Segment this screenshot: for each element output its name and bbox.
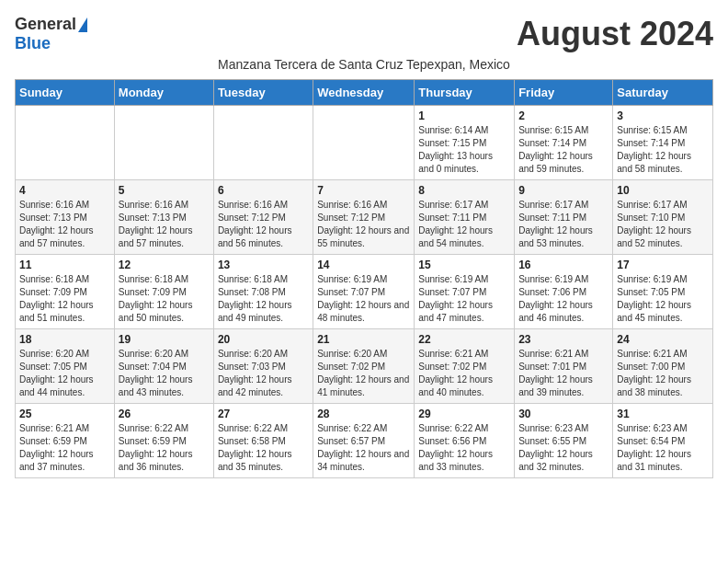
day-number: 28 (317, 408, 410, 420)
col-header-wednesday: Wednesday (313, 80, 415, 106)
calendar-cell: 1Sunrise: 6:14 AM Sunset: 7:15 PM Daylig… (415, 106, 515, 180)
day-info: Sunrise: 6:22 AM Sunset: 6:56 PM Dayligh… (418, 422, 510, 474)
calendar-cell: 2Sunrise: 6:15 AM Sunset: 7:14 PM Daylig… (515, 106, 613, 180)
col-header-friday: Friday (515, 80, 613, 106)
calendar-cell: 11Sunrise: 6:18 AM Sunset: 7:09 PM Dayli… (16, 255, 115, 329)
day-info: Sunrise: 6:20 AM Sunset: 7:05 PM Dayligh… (19, 348, 110, 399)
day-info: Sunrise: 6:20 AM Sunset: 7:03 PM Dayligh… (218, 348, 309, 399)
day-info: Sunrise: 6:20 AM Sunset: 7:02 PM Dayligh… (317, 348, 410, 399)
day-info: Sunrise: 6:20 AM Sunset: 7:04 PM Dayligh… (119, 348, 210, 399)
calendar-cell: 29Sunrise: 6:22 AM Sunset: 6:56 PM Dayli… (415, 404, 515, 478)
day-info: Sunrise: 6:19 AM Sunset: 7:06 PM Dayligh… (518, 273, 609, 325)
calendar-cell: 17Sunrise: 6:19 AM Sunset: 7:05 PM Dayli… (613, 255, 713, 329)
day-number: 3 (617, 109, 709, 122)
day-number: 24 (617, 333, 709, 346)
day-number: 29 (418, 408, 510, 420)
calendar-week-row: 18Sunrise: 6:20 AM Sunset: 7:05 PM Dayli… (16, 329, 713, 404)
day-number: 17 (617, 259, 709, 271)
calendar-cell: 26Sunrise: 6:22 AM Sunset: 6:59 PM Dayli… (114, 404, 213, 478)
day-info: Sunrise: 6:22 AM Sunset: 6:59 PM Dayligh… (119, 422, 210, 474)
day-info: Sunrise: 6:15 AM Sunset: 7:14 PM Dayligh… (617, 124, 709, 176)
day-info: Sunrise: 6:19 AM Sunset: 7:07 PM Dayligh… (317, 273, 410, 325)
calendar-cell: 10Sunrise: 6:17 AM Sunset: 7:10 PM Dayli… (613, 180, 713, 255)
calendar-cell: 28Sunrise: 6:22 AM Sunset: 6:57 PM Dayli… (313, 404, 415, 478)
calendar-cell: 20Sunrise: 6:20 AM Sunset: 7:03 PM Dayli… (213, 329, 313, 404)
day-number: 14 (317, 259, 410, 271)
day-info: Sunrise: 6:23 AM Sunset: 6:54 PM Dayligh… (617, 422, 709, 474)
day-info: Sunrise: 6:16 AM Sunset: 7:12 PM Dayligh… (218, 199, 309, 250)
calendar-cell: 9Sunrise: 6:17 AM Sunset: 7:11 PM Daylig… (515, 180, 613, 255)
calendar-cell: 16Sunrise: 6:19 AM Sunset: 7:06 PM Dayli… (515, 255, 613, 329)
calendar-cell: 21Sunrise: 6:20 AM Sunset: 7:02 PM Dayli… (313, 329, 415, 404)
day-number: 7 (317, 184, 410, 197)
calendar-cell (114, 106, 213, 180)
calendar-cell: 13Sunrise: 6:18 AM Sunset: 7:08 PM Dayli… (213, 255, 313, 329)
calendar-cell: 18Sunrise: 6:20 AM Sunset: 7:05 PM Dayli… (16, 329, 115, 404)
calendar-week-row: 11Sunrise: 6:18 AM Sunset: 7:09 PM Dayli… (16, 255, 713, 329)
day-number: 30 (518, 408, 609, 420)
day-info: Sunrise: 6:16 AM Sunset: 7:12 PM Dayligh… (317, 199, 410, 250)
day-info: Sunrise: 6:18 AM Sunset: 7:09 PM Dayligh… (119, 273, 210, 325)
day-number: 19 (119, 333, 210, 346)
day-info: Sunrise: 6:16 AM Sunset: 7:13 PM Dayligh… (19, 199, 110, 250)
day-number: 12 (119, 259, 210, 271)
calendar-cell: 31Sunrise: 6:23 AM Sunset: 6:54 PM Dayli… (613, 404, 713, 478)
calendar-cell: 22Sunrise: 6:21 AM Sunset: 7:02 PM Dayli… (415, 329, 515, 404)
day-info: Sunrise: 6:22 AM Sunset: 6:57 PM Dayligh… (317, 422, 410, 474)
logo-general-text: General (15, 15, 76, 34)
day-info: Sunrise: 6:14 AM Sunset: 7:15 PM Dayligh… (418, 124, 510, 176)
calendar-cell: 3Sunrise: 6:15 AM Sunset: 7:14 PM Daylig… (613, 106, 713, 180)
day-info: Sunrise: 6:15 AM Sunset: 7:14 PM Dayligh… (518, 124, 609, 176)
day-number: 13 (218, 259, 309, 271)
col-header-sunday: Sunday (16, 80, 115, 106)
day-number: 15 (418, 259, 510, 271)
calendar-header: SundayMondayTuesdayWednesdayThursdayFrid… (16, 80, 713, 106)
day-number: 18 (19, 333, 110, 346)
day-number: 23 (518, 333, 609, 346)
day-number: 9 (518, 184, 609, 197)
day-number: 16 (518, 259, 609, 271)
day-number: 1 (418, 109, 510, 122)
calendar-cell (16, 106, 115, 180)
calendar-table: SundayMondayTuesdayWednesdayThursdayFrid… (15, 79, 713, 478)
day-number: 6 (218, 184, 309, 197)
day-info: Sunrise: 6:21 AM Sunset: 6:59 PM Dayligh… (19, 422, 110, 474)
day-number: 5 (119, 184, 210, 197)
calendar-cell: 19Sunrise: 6:20 AM Sunset: 7:04 PM Dayli… (114, 329, 213, 404)
col-header-thursday: Thursday (415, 80, 515, 106)
calendar-cell: 8Sunrise: 6:17 AM Sunset: 7:11 PM Daylig… (415, 180, 515, 255)
calendar-cell: 25Sunrise: 6:21 AM Sunset: 6:59 PM Dayli… (16, 404, 115, 478)
day-number: 11 (19, 259, 110, 271)
day-info: Sunrise: 6:17 AM Sunset: 7:11 PM Dayligh… (518, 199, 609, 250)
calendar-week-row: 4Sunrise: 6:16 AM Sunset: 7:13 PM Daylig… (16, 180, 713, 255)
day-number: 31 (617, 408, 709, 420)
day-info: Sunrise: 6:19 AM Sunset: 7:07 PM Dayligh… (418, 273, 510, 325)
col-header-tuesday: Tuesday (213, 80, 313, 106)
day-number: 2 (518, 109, 609, 122)
day-info: Sunrise: 6:21 AM Sunset: 7:01 PM Dayligh… (518, 348, 609, 399)
month-year-title: August 2024 (517, 15, 713, 53)
day-info: Sunrise: 6:17 AM Sunset: 7:11 PM Dayligh… (418, 199, 510, 250)
day-info: Sunrise: 6:21 AM Sunset: 7:02 PM Dayligh… (418, 348, 510, 399)
day-info: Sunrise: 6:22 AM Sunset: 6:58 PM Dayligh… (218, 422, 309, 474)
logo-blue-text: Blue (15, 34, 51, 53)
calendar-cell (213, 106, 313, 180)
col-header-saturday: Saturday (613, 80, 713, 106)
logo-triangle-icon (78, 17, 87, 32)
day-info: Sunrise: 6:16 AM Sunset: 7:13 PM Dayligh… (119, 199, 210, 250)
day-number: 22 (418, 333, 510, 346)
calendar-cell (313, 106, 415, 180)
day-number: 27 (218, 408, 309, 420)
page-header: General Blue August 2024 (15, 15, 713, 53)
day-info: Sunrise: 6:18 AM Sunset: 7:09 PM Dayligh… (19, 273, 110, 325)
day-info: Sunrise: 6:21 AM Sunset: 7:00 PM Dayligh… (617, 348, 709, 399)
calendar-cell: 6Sunrise: 6:16 AM Sunset: 7:12 PM Daylig… (213, 180, 313, 255)
calendar-cell: 14Sunrise: 6:19 AM Sunset: 7:07 PM Dayli… (313, 255, 415, 329)
calendar-cell: 5Sunrise: 6:16 AM Sunset: 7:13 PM Daylig… (114, 180, 213, 255)
day-number: 21 (317, 333, 410, 346)
calendar-cell: 24Sunrise: 6:21 AM Sunset: 7:00 PM Dayli… (613, 329, 713, 404)
day-number: 4 (19, 184, 110, 197)
day-number: 25 (19, 408, 110, 420)
calendar-cell: 23Sunrise: 6:21 AM Sunset: 7:01 PM Dayli… (515, 329, 613, 404)
day-info: Sunrise: 6:18 AM Sunset: 7:08 PM Dayligh… (218, 273, 309, 325)
